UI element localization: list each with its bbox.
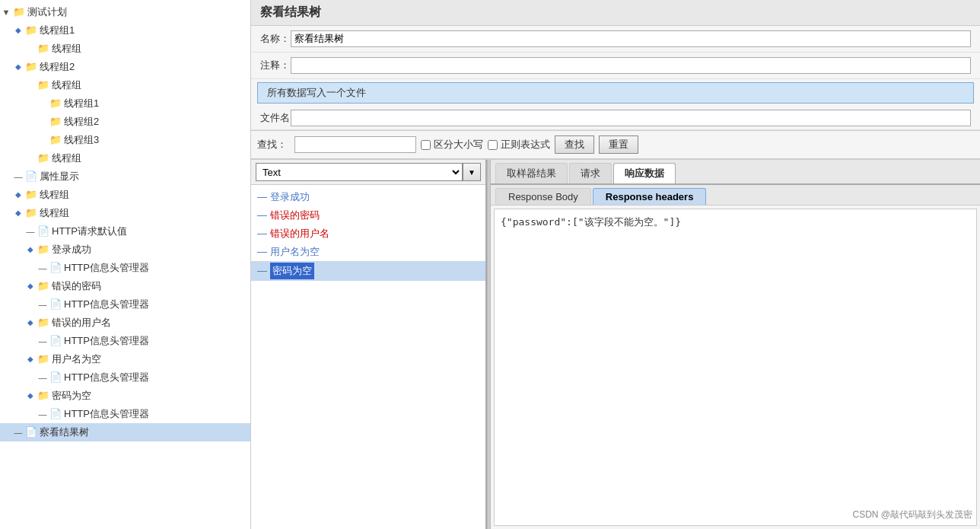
expand-icon[interactable]: ◆ bbox=[12, 206, 24, 221]
comment-input[interactable] bbox=[291, 57, 971, 74]
tree-item-attr[interactable]: —📄属性显示 bbox=[0, 167, 250, 186]
result-item-wrong_user[interactable]: —错误的用户名 bbox=[251, 225, 485, 243]
file-icon: 📄 bbox=[24, 425, 38, 440]
results-tree: Text ▼ —登录成功—错误的密码—错误的用户名—用户名为空—密码为空 bbox=[251, 160, 487, 529]
folder-icon: 📁 bbox=[24, 59, 38, 75]
sub-tab-body[interactable]: Response Body bbox=[495, 188, 591, 205]
expand-icon[interactable]: ◆ bbox=[24, 279, 37, 294]
expand-icon[interactable]: ◆ bbox=[24, 388, 37, 403]
file-icon: 📄 bbox=[49, 406, 62, 422]
result-item-empty_pwd[interactable]: —密码为空 bbox=[251, 261, 485, 281]
tree-item-tg6[interactable]: 📁线程组2 bbox=[0, 113, 250, 131]
expand-icon[interactable]: ◆ bbox=[12, 23, 24, 38]
result-item-empty_user[interactable]: —用户名为空 bbox=[251, 243, 485, 261]
expand-icon[interactable]: ▼ bbox=[0, 5, 12, 20]
search-button[interactable]: 查找 bbox=[555, 135, 594, 154]
tree-item-tg8[interactable]: 📁线程组 bbox=[0, 149, 250, 167]
tree-item-empty_user[interactable]: ◆📁用户名为空 bbox=[0, 350, 250, 368]
page-title: 察看结果树 bbox=[251, 0, 980, 26]
config-area: 察看结果树 名称： 注释： 所有数据写入一个文件 文件名 bbox=[251, 0, 980, 131]
result-item-login[interactable]: —登录成功 bbox=[251, 188, 485, 206]
tree-item-wrong_pwd[interactable]: ◆📁错误的密码 bbox=[0, 277, 250, 295]
tree-item-http_default[interactable]: —📄HTTP请求默认值 bbox=[0, 222, 250, 241]
sub-tabs-row: Response BodyResponse headers bbox=[491, 185, 980, 206]
case-sensitive-label: 区分大小写 bbox=[434, 138, 483, 151]
renderer-dropdown-button[interactable]: ▼ bbox=[463, 163, 481, 181]
expand-icon: — bbox=[37, 260, 49, 276]
tree-item-result_tree[interactable]: —📄察看结果树 bbox=[0, 423, 250, 441]
expand-icon: — bbox=[24, 224, 37, 239]
file-icon: 📄 bbox=[49, 297, 62, 312]
expand-icon[interactable]: ◆ bbox=[24, 315, 37, 330]
tree-item-label: 线程组 bbox=[40, 187, 69, 202]
file-label: 文件名 bbox=[260, 111, 291, 125]
tree-item-tg2[interactable]: 📁线程组 bbox=[0, 40, 250, 58]
folder-icon: 📁 bbox=[37, 78, 50, 93]
bottom-area: Text ▼ —登录成功—错误的密码—错误的用户名—用户名为空—密码为空 取样器… bbox=[251, 160, 980, 529]
reset-button[interactable]: 重置 bbox=[599, 135, 638, 154]
tab-request[interactable]: 请求 bbox=[569, 163, 612, 183]
tree-item-label: HTTP信息头管理器 bbox=[64, 297, 149, 312]
folder-icon: 📁 bbox=[37, 388, 50, 403]
result-dash: — bbox=[257, 190, 267, 205]
tree-item-empty_pwd[interactable]: ◆📁密码为空 bbox=[0, 387, 250, 405]
search-bar: 查找： 区分大小写 正则表达式 查找 重置 bbox=[251, 131, 980, 160]
file-icon: 📄 bbox=[49, 370, 62, 385]
folder-icon: 📁 bbox=[37, 352, 50, 367]
folder-icon: 📁 bbox=[49, 132, 62, 148]
tabs-row: 取样器结果请求响应数据 bbox=[491, 160, 980, 185]
tree-item-label: HTTP请求默认值 bbox=[52, 224, 127, 239]
folder-icon: 📁 bbox=[24, 206, 38, 221]
tree-item-http_info1[interactable]: —📄HTTP信息头管理器 bbox=[0, 259, 250, 277]
tree-item-tg1[interactable]: ◆📁线程组1 bbox=[0, 21, 250, 40]
tab-response[interactable]: 响应数据 bbox=[613, 163, 676, 183]
tree-item-http_info5[interactable]: —📄HTTP信息头管理器 bbox=[0, 405, 250, 423]
tree-item-label: 察看结果树 bbox=[40, 425, 89, 440]
expand-icon: — bbox=[12, 169, 24, 184]
name-label: 名称： bbox=[260, 32, 291, 46]
case-sensitive-checkbox[interactable] bbox=[421, 140, 431, 150]
results-tree-items: —登录成功—错误的密码—错误的用户名—用户名为空—密码为空 bbox=[251, 185, 485, 284]
tree-item-http_info3[interactable]: —📄HTTP信息头管理器 bbox=[0, 332, 250, 350]
tree-item-label: 线程组3 bbox=[64, 132, 99, 148]
folder-icon: 📁 bbox=[24, 23, 38, 38]
tree-item-label: HTTP信息头管理器 bbox=[64, 260, 149, 276]
tree-item-tg10[interactable]: ◆📁线程组 bbox=[0, 204, 250, 222]
tree-item-http_info2[interactable]: —📄HTTP信息头管理器 bbox=[0, 295, 250, 314]
file-row: 文件名 bbox=[251, 107, 980, 130]
tree-item-label: 线程组 bbox=[52, 78, 81, 93]
regex-checkbox[interactable] bbox=[488, 140, 498, 150]
tree-item-root[interactable]: ▼📁测试计划 bbox=[0, 3, 250, 21]
tree-item-wrong_user[interactable]: ◆📁错误的用户名 bbox=[0, 314, 250, 332]
section-header: 所有数据写入一个文件 bbox=[257, 82, 974, 104]
tree-item-label: 错误的密码 bbox=[52, 279, 101, 294]
name-input[interactable] bbox=[291, 30, 971, 47]
tree-item-label: 登录成功 bbox=[52, 242, 91, 257]
search-input[interactable] bbox=[294, 136, 416, 153]
tree-item-http_info4[interactable]: —📄HTTP信息头管理器 bbox=[0, 368, 250, 387]
sub-tab-headers[interactable]: Response headers bbox=[593, 188, 707, 205]
tree-item-label: 测试计划 bbox=[27, 5, 67, 20]
tree-item-tg3[interactable]: ◆📁线程组2 bbox=[0, 58, 250, 76]
detail-panel: 取样器结果请求响应数据 Response BodyResponse header… bbox=[491, 160, 980, 529]
search-label: 查找： bbox=[257, 138, 287, 151]
tab-sampler[interactable]: 取样器结果 bbox=[495, 163, 568, 183]
tree-item-tg5[interactable]: 📁线程组1 bbox=[0, 94, 250, 113]
tree-item-tg7[interactable]: 📁线程组3 bbox=[0, 131, 250, 149]
renderer-select[interactable]: Text bbox=[256, 163, 463, 181]
expand-icon[interactable]: ◆ bbox=[24, 352, 37, 367]
file-icon: 📄 bbox=[49, 260, 62, 276]
result-label: 错误的用户名 bbox=[270, 226, 329, 241]
tree-item-login_success[interactable]: ◆📁登录成功 bbox=[0, 241, 250, 259]
expand-icon[interactable]: ◆ bbox=[12, 187, 24, 202]
expand-icon: — bbox=[37, 370, 49, 385]
comment-label: 注释： bbox=[260, 59, 291, 72]
response-content[interactable]: {"password":["该字段不能为空。"]} bbox=[494, 209, 977, 526]
tree-item-label: 线程组 bbox=[52, 41, 81, 56]
file-input[interactable] bbox=[291, 110, 971, 126]
tree-item-tg4[interactable]: 📁线程组 bbox=[0, 76, 250, 94]
result-item-wrong_pwd[interactable]: —错误的密码 bbox=[251, 206, 485, 225]
expand-icon[interactable]: ◆ bbox=[24, 242, 37, 257]
expand-icon[interactable]: ◆ bbox=[12, 59, 24, 75]
tree-item-tg9[interactable]: ◆📁线程组 bbox=[0, 186, 250, 204]
